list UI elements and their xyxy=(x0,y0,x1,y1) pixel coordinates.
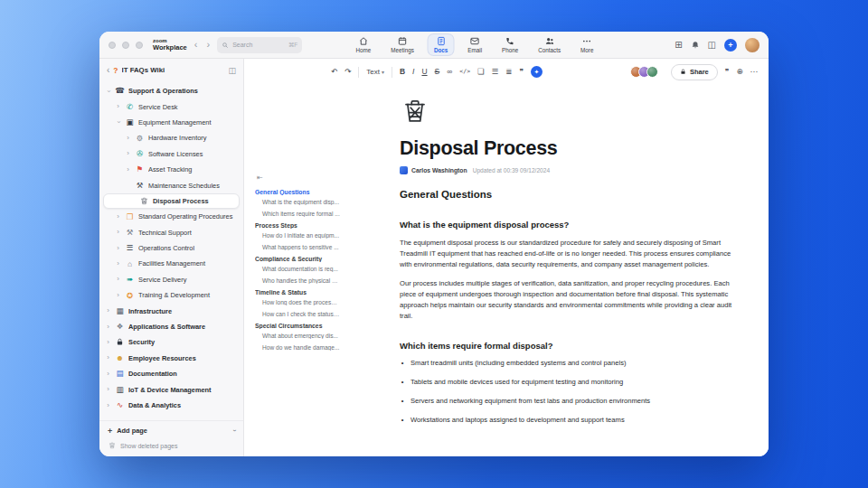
toc-item[interactable]: What about emergency dis... xyxy=(255,333,340,339)
doc-h2[interactable]: General Questions xyxy=(400,189,741,200)
underline-button[interactable]: U xyxy=(421,68,427,76)
sidebar-item-iot-device-management[interactable]: ›▥IoT & Device Management xyxy=(99,381,243,397)
comment-icon[interactable]: ❞ xyxy=(519,68,524,76)
nav-item-more[interactable]: More xyxy=(575,34,599,55)
chevron-right-icon[interactable]: › xyxy=(115,245,121,252)
apps-grid-icon[interactable]: ⊞ xyxy=(675,41,682,50)
sidebar-item-security[interactable]: ›Security xyxy=(99,334,243,350)
chevron-right-icon[interactable]: › xyxy=(105,354,111,361)
sidebar-item-employee-resources[interactable]: ›☻Employee Resources xyxy=(99,351,243,366)
doc-h3[interactable]: Which items require formal disposal? xyxy=(400,341,741,351)
publish-globe-icon[interactable]: ⊕ xyxy=(736,68,742,76)
nav-item-docs[interactable]: Docs xyxy=(429,34,453,55)
undo-icon[interactable]: ↶ xyxy=(331,68,337,76)
list-icon[interactable]: ☰ xyxy=(492,68,499,76)
doc-title[interactable]: Disposal Process xyxy=(400,137,741,160)
toc-item[interactable]: How can I check the status ... xyxy=(255,311,340,317)
panel-toggle-icon[interactable]: ◫ xyxy=(708,41,716,50)
sidebar-item-hardware-inventory[interactable]: ›⚙Hardware Inventory xyxy=(99,130,243,145)
ai-companion-icon[interactable]: ✦ xyxy=(531,66,542,78)
nav-item-home[interactable]: Home xyxy=(351,34,377,55)
toc-section[interactable]: Timeline & Status xyxy=(255,289,340,296)
sidebar-panel-icon[interactable]: ◫ xyxy=(228,66,236,75)
toc-item[interactable]: What is the equipment disp... xyxy=(255,199,340,205)
global-search-input[interactable]: Search ⌘F xyxy=(217,37,302,53)
sidebar-item-standard-operating-procedures[interactable]: ›❐Standard Operating Procedures xyxy=(99,209,243,224)
minimize-window-button[interactable] xyxy=(122,42,129,49)
bold-button[interactable]: B xyxy=(400,68,405,76)
toc-item[interactable]: What documentation is req... xyxy=(255,266,340,272)
chevron-right-icon[interactable]: › xyxy=(105,339,111,346)
bullet-item[interactable]: •Tablets and mobile devices used for equ… xyxy=(400,378,741,386)
chevron-right-icon[interactable]: › xyxy=(115,276,121,283)
chevron-right-icon[interactable]: › xyxy=(115,213,121,221)
chevron-right-icon[interactable]: › xyxy=(105,324,111,331)
doc-p[interactable]: Our process includes multiple stages of … xyxy=(400,278,741,321)
sidebar-item-data-analytics[interactable]: ›∿Data & Analytics xyxy=(99,398,243,413)
align-icon[interactable]: ≣ xyxy=(505,68,512,76)
doc-body[interactable]: General QuestionsWhat is the equipment d… xyxy=(400,189,741,424)
show-deleted-pages-button[interactable]: Show deleted pages xyxy=(99,438,243,453)
nav-item-email[interactable]: Email xyxy=(462,34,487,55)
close-window-button[interactable] xyxy=(108,42,116,49)
chevron-right-icon[interactable]: › xyxy=(105,386,111,393)
sidebar-item-equipment-management[interactable]: ›▣Equipment Management xyxy=(99,115,243,130)
sidebar-item-operations-control[interactable]: ›☰Operations Control xyxy=(99,240,243,256)
chevron-right-icon[interactable]: › xyxy=(125,150,131,157)
text-style-dropdown[interactable]: Text ▾ xyxy=(366,68,384,76)
nav-item-phone[interactable]: Phone xyxy=(496,34,524,55)
sidebar-item-infrastructure[interactable]: ›▦Infrastructure xyxy=(99,303,243,318)
bullet-item[interactable]: •Servers and networking equipment from t… xyxy=(400,397,741,405)
toc-item[interactable]: Who handles the physical di... xyxy=(255,277,340,284)
chevron-right-icon[interactable]: › xyxy=(115,103,121,110)
sidebar-item-software-licenses[interactable]: ›✇Software Licenses xyxy=(99,146,243,162)
sidebar-item-service-desk[interactable]: ›✆Service Desk xyxy=(99,99,243,114)
toc-section[interactable]: Process Steps xyxy=(255,222,340,229)
sidebar-item-facilities-management[interactable]: ›⌂Facilities Management xyxy=(99,256,243,271)
sidebar-item-support-operations[interactable]: ›☎Support & Operations xyxy=(99,83,243,99)
toc-item[interactable]: How do I initiate an equipm... xyxy=(255,232,340,239)
sidebar-item-disposal-process[interactable]: ›Disposal Process xyxy=(103,193,240,209)
doc-p[interactable]: The equipment disposal process is our st… xyxy=(400,238,741,269)
chevron-right-icon[interactable]: › xyxy=(105,402,111,409)
sidebar-item-documentation[interactable]: ›▤Documentation xyxy=(99,366,243,381)
nav-item-meetings[interactable]: Meetings xyxy=(385,34,420,55)
doc-h3[interactable]: What is the equipment disposal process? xyxy=(400,220,741,230)
toc-item[interactable]: Which items require formal ... xyxy=(255,211,340,217)
back-button[interactable]: ‹ xyxy=(193,40,200,50)
sidebar-item-service-delivery[interactable]: ›➠Service Delivery xyxy=(99,272,243,287)
strikethrough-button[interactable]: S xyxy=(435,68,440,76)
notifications-bell-icon[interactable] xyxy=(691,41,700,50)
toc-item[interactable]: How do we handle damage... xyxy=(255,344,340,351)
italic-button[interactable]: I xyxy=(412,68,414,76)
sidebar-item-technical-support[interactable]: ›⚒Technical Support xyxy=(99,225,243,240)
bullet-item[interactable]: •Workstations and laptops assigned to de… xyxy=(400,416,741,424)
sidebar-item-maintenance-schedules[interactable]: ›⚒Maintenance Schedules xyxy=(99,177,243,192)
toc-section[interactable]: General Questions xyxy=(255,189,340,195)
maximize-window-button[interactable] xyxy=(136,42,143,49)
toc-item[interactable]: What happens to sensitive ... xyxy=(255,244,340,250)
more-options-icon[interactable]: ⋯ xyxy=(750,68,759,76)
sidebar-item-applications-software[interactable]: ›❖Applications & Software xyxy=(99,319,243,334)
toc-item[interactable]: How long does the process ... xyxy=(255,299,340,305)
nav-item-contacts[interactable]: Contacts xyxy=(533,34,566,55)
chevron-right-icon[interactable]: › xyxy=(125,135,131,142)
blocks-icon[interactable]: ❏ xyxy=(477,68,485,76)
code-icon[interactable]: </> xyxy=(459,69,470,75)
chevron-right-icon[interactable]: › xyxy=(125,166,131,174)
toc-collapse-icon[interactable]: ⇤ xyxy=(257,174,340,182)
sidebar-item-training-development[interactable]: ›✪Training & Development xyxy=(99,287,243,303)
toc-section[interactable]: Special Circumstances xyxy=(255,323,340,329)
chevron-down-icon[interactable]: › xyxy=(231,429,237,431)
chevron-down-icon[interactable]: › xyxy=(115,119,122,126)
sidebar-item-asset-tracking[interactable]: ›⚑Asset Tracking xyxy=(99,162,243,177)
add-page-button[interactable]: + Add page › xyxy=(99,423,243,438)
chevron-right-icon[interactable]: › xyxy=(105,307,111,314)
user-avatar[interactable] xyxy=(745,38,760,52)
bullet-item[interactable]: •Smart treadmill units (including embedd… xyxy=(400,359,741,367)
share-button[interactable]: Share xyxy=(671,64,718,80)
chevron-right-icon[interactable]: › xyxy=(115,229,121,236)
forward-button[interactable]: › xyxy=(204,40,212,50)
chevron-down-icon[interactable]: › xyxy=(105,88,112,94)
toc-section[interactable]: Compliance & Security xyxy=(255,256,340,262)
